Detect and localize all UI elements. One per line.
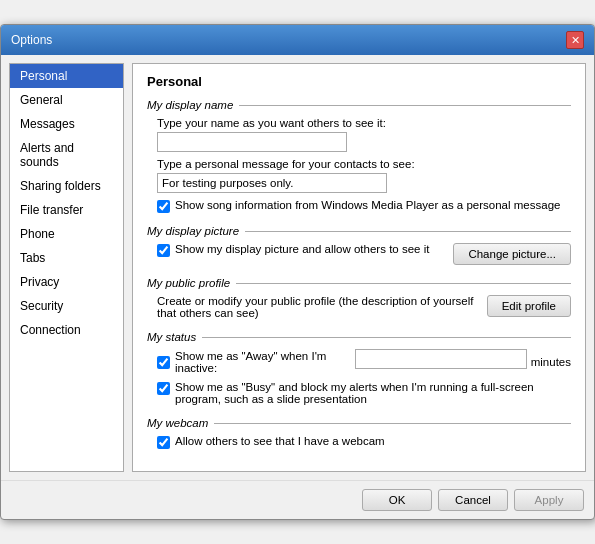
status-section: My status Show me as "Away" when I'm ina… (147, 331, 571, 405)
display-picture-left: Show my display picture and allow others… (157, 243, 445, 261)
status-content: Show me as "Away" when I'm inactive: 10 … (147, 349, 571, 405)
sidebar-item-sharing-folders[interactable]: Sharing folders (10, 174, 123, 198)
webcam-header: My webcam (147, 417, 571, 429)
status-section-title: My status (147, 331, 202, 343)
sidebar-item-personal[interactable]: Personal (10, 64, 123, 88)
song-info-checkbox[interactable] (157, 200, 170, 213)
window-body: PersonalGeneralMessagesAlerts and sounds… (1, 55, 594, 480)
display-picture-label: Show my display picture and allow others… (175, 243, 429, 255)
display-name-input[interactable] (157, 132, 347, 152)
display-picture-checkbox-row: Show my display picture and allow others… (157, 243, 445, 257)
display-name-header: My display name (147, 99, 571, 111)
sidebar-item-privacy[interactable]: Privacy (10, 270, 123, 294)
cancel-button[interactable]: Cancel (438, 489, 508, 511)
status-header: My status (147, 331, 571, 343)
away-checkbox[interactable] (157, 356, 170, 369)
sidebar-item-alerts-sounds[interactable]: Alerts and sounds (10, 136, 123, 174)
away-minutes-input[interactable]: 10 (355, 349, 526, 369)
sidebar-item-tabs[interactable]: Tabs (10, 246, 123, 270)
display-name-content: Type your name as you want others to see… (147, 117, 571, 213)
sidebar-item-general[interactable]: General (10, 88, 123, 112)
sidebar-item-security[interactable]: Security (10, 294, 123, 318)
display-picture-row: Show my display picture and allow others… (157, 243, 571, 265)
ok-button[interactable]: OK (362, 489, 432, 511)
display-name-section-title: My display name (147, 99, 239, 111)
content-title: Personal (147, 74, 571, 89)
close-button[interactable]: ✕ (566, 31, 584, 49)
song-info-label: Show song information from Windows Media… (175, 199, 560, 211)
sidebar-item-phone[interactable]: Phone (10, 222, 123, 246)
change-picture-button[interactable]: Change picture... (453, 243, 571, 265)
webcam-checkbox-row: Allow others to see that I have a webcam (157, 435, 571, 449)
display-picture-header: My display picture (147, 225, 571, 237)
public-profile-line (236, 283, 571, 284)
status-line (202, 337, 571, 338)
display-name-label: Type your name as you want others to see… (157, 117, 571, 129)
away-row: Show me as "Away" when I'm inactive: 10 … (157, 349, 571, 375)
display-picture-section-title: My display picture (147, 225, 245, 237)
display-picture-line (245, 231, 571, 232)
public-profile-section: My public profile Create or modify your … (147, 277, 571, 319)
display-name-section: My display name Type your name as you wa… (147, 99, 571, 213)
busy-label: Show me as "Busy" and block my alerts wh… (175, 381, 571, 405)
personal-message-label: Type a personal message for your contact… (157, 158, 571, 170)
song-info-row: Show song information from Windows Media… (157, 199, 571, 213)
public-profile-row: Create or modify your public profile (th… (157, 295, 571, 319)
away-suffix-label: minutes (531, 356, 571, 368)
webcam-line (214, 423, 571, 424)
display-name-line (239, 105, 571, 106)
display-picture-checkbox[interactable] (157, 244, 170, 257)
display-picture-section: My display picture Show my display pictu… (147, 225, 571, 265)
webcam-section: My webcam Allow others to see that I hav… (147, 417, 571, 449)
public-profile-section-title: My public profile (147, 277, 236, 289)
window-title: Options (11, 33, 52, 47)
busy-row: Show me as "Busy" and block my alerts wh… (157, 381, 571, 405)
title-bar: Options ✕ (1, 25, 594, 55)
sidebar-item-connection[interactable]: Connection (10, 318, 123, 342)
webcam-checkbox[interactable] (157, 436, 170, 449)
webcam-content: Allow others to see that I have a webcam (147, 435, 571, 449)
busy-checkbox[interactable] (157, 382, 170, 395)
sidebar: PersonalGeneralMessagesAlerts and sounds… (9, 63, 124, 472)
content-panel: Personal My display name Type your name … (132, 63, 586, 472)
display-picture-content: Show my display picture and allow others… (147, 243, 571, 265)
webcam-section-title: My webcam (147, 417, 214, 429)
apply-button[interactable]: Apply (514, 489, 584, 511)
away-prefix-label: Show me as "Away" when I'm inactive: (175, 350, 351, 374)
personal-message-input[interactable] (157, 173, 387, 193)
edit-profile-button[interactable]: Edit profile (487, 295, 571, 317)
options-window: Options ✕ PersonalGeneralMessagesAlerts … (0, 24, 595, 520)
public-profile-text: Create or modify your public profile (th… (157, 295, 487, 319)
sidebar-item-messages[interactable]: Messages (10, 112, 123, 136)
public-profile-header: My public profile (147, 277, 571, 289)
sidebar-item-file-transfer[interactable]: File transfer (10, 198, 123, 222)
webcam-label: Allow others to see that I have a webcam (175, 435, 385, 447)
public-profile-content: Create or modify your public profile (th… (147, 295, 571, 319)
footer: OK Cancel Apply (1, 480, 594, 519)
